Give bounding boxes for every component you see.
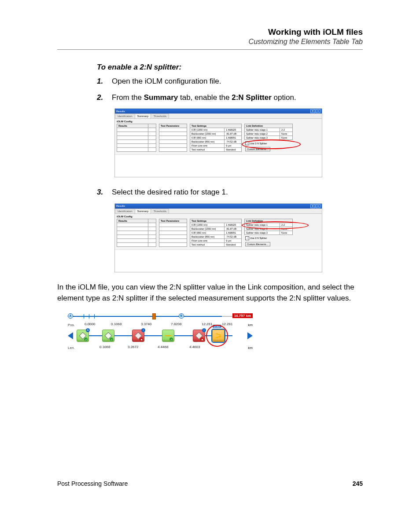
header-rule (57, 49, 363, 50)
ld-2k: Splitter ratio stage 3 (245, 136, 280, 140)
ts-4k: Fiber core size (190, 144, 225, 148)
procedure-title: To enable a 2:N splitter: (97, 63, 363, 72)
ts2-0k: IOR (1550 nm) (190, 223, 225, 227)
th-params-2: Test Parameters (159, 219, 187, 223)
step-2-text: From the Summary tab, enable the 2:N Spl… (112, 92, 363, 103)
use-2n-splitter-row-2[interactable]: ✓ Use 2:N Splitter (245, 236, 293, 240)
element-5[interactable]: i ✖ (193, 330, 205, 342)
table-results: Results (117, 124, 156, 152)
overview-handle-icon[interactable] (152, 313, 156, 319)
checkbox-icon[interactable]: ✓ (245, 141, 249, 145)
ts-3k: Backscatter (850 nm) (190, 140, 225, 144)
element-track (77, 335, 232, 336)
close-icon[interactable]: × (316, 204, 321, 208)
tab-identification[interactable]: Identification (115, 114, 135, 118)
ts-0v: 1.468325 (225, 128, 242, 132)
footer-page-number: 245 (353, 480, 363, 487)
step-1: 1. Open the iOLM configuration file. (97, 76, 363, 87)
ld-0v: 2:2 (280, 128, 293, 132)
nav-left-icon[interactable] (68, 332, 73, 339)
section-iolm-config-2: iOLM Config (115, 214, 322, 219)
table-test-parameters: Test Parameters (159, 124, 187, 152)
pos-unit: km (243, 323, 253, 327)
len-0: 0.1068 (99, 345, 110, 349)
pos-0: 0.0000 (85, 322, 95, 326)
element-6-splitter[interactable]: 2:32 (212, 330, 225, 342)
th-linkdef: Link Definition (245, 124, 293, 128)
len-2: 4.4468 (158, 345, 168, 349)
pos-3: 7.8208 (171, 322, 181, 326)
nav-right-icon[interactable] (247, 332, 253, 339)
table-test-settings-2: Test Settings IOR (1550 nm)1.468325 Back… (190, 219, 242, 247)
link-composition-figure: A B 16.757 km Pos. 0.0000 0.1068 3.3740 … (65, 312, 255, 353)
th-settings: Test Settings (190, 124, 242, 128)
marker-b-icon[interactable]: B (179, 313, 184, 319)
ts2-3k: Backscatter (850 nm) (190, 235, 225, 238)
screenshot-panel-1: Results ▾× Identification Summary Thresh… (114, 108, 322, 177)
th-results: Results (117, 124, 148, 128)
table-link-definition-2: Link Definition Splitter ratio stage 12:… (244, 219, 293, 235)
table-link-definition: Link Definition Splitter ratio stage 12:… (244, 124, 293, 140)
custom-elements-button[interactable]: Custom Elements… (245, 147, 270, 151)
step-1-text: Open the iOLM configuration file. (112, 76, 363, 87)
ts2-1k: Backscatter (1550 nm) (190, 227, 225, 231)
link-definition-column: Link Definition Splitter ratio stage 12:… (244, 124, 293, 151)
ts2-0v: 1.468325 (225, 223, 242, 227)
tab-thresholds-2[interactable]: Thresholds (151, 209, 169, 213)
ld-0k: Splitter ratio stage 1 (245, 128, 280, 132)
tab-thresholds[interactable]: Thresholds (151, 114, 169, 118)
ts-5k: Test method (190, 148, 225, 152)
use-2n-splitter-label-2: Use 2:N Splitter (250, 237, 267, 239)
marker-a-icon[interactable]: A (68, 313, 73, 319)
pin-icon[interactable]: ▾ (310, 109, 315, 113)
window-buttons-2: ▾× (310, 204, 321, 208)
element-1[interactable]: A ✓ (77, 330, 89, 342)
step-3-text: Select the desired ratio for stage 1. (112, 187, 363, 198)
close-icon[interactable]: × (316, 109, 321, 113)
custom-elements-button-2[interactable]: Custom Elements… (245, 242, 270, 246)
tab-identification-2[interactable]: Identification (115, 209, 135, 213)
ts2-2k: IOR (850 nm) (190, 231, 225, 235)
ld2-2k: Splitter ratio stage 3 (245, 231, 280, 235)
splitter-icon (216, 334, 221, 338)
tab-summary[interactable]: Summary (135, 114, 151, 118)
status-ok-icon: ✓ (169, 338, 173, 341)
ts2-1v: -81.87 dB (225, 227, 242, 231)
footer-left: Post Processing Software (57, 480, 128, 487)
checkbox-icon[interactable]: ✓ (245, 236, 249, 240)
pin-icon[interactable]: ▾ (310, 204, 315, 208)
step-2-num: 2. (97, 92, 112, 103)
ts-2v: 1.468091 (225, 136, 242, 140)
window-buttons: ▾× (310, 109, 321, 113)
element-4[interactable]: ✓ (162, 330, 174, 342)
section-iolm-config: iOLM Config (115, 119, 322, 124)
element-3[interactable]: i ✖ (132, 330, 144, 342)
tab-summary-2[interactable]: Summary (135, 209, 151, 213)
ts-2k: IOR (850 nm) (190, 136, 225, 140)
panel-titlebar: Results ▾× (115, 109, 322, 114)
info-dot-icon: i (141, 328, 145, 332)
element-2[interactable]: ✓ (102, 330, 114, 342)
th-linkdef-2: Link Definition (245, 219, 293, 223)
info-dot-icon: i (202, 328, 206, 332)
ld-2v: None (280, 136, 293, 140)
page-header-subtitle: Customizing the Elements Table Tab (57, 38, 363, 46)
table-results-2: Results (117, 219, 156, 247)
th-params: Test Parameters (159, 124, 187, 128)
pos-5: 12.281 (222, 322, 232, 326)
ts-4v: 9 µm (225, 144, 242, 148)
table-test-parameters-2: Test Parameters (159, 219, 187, 247)
ld-1v: None (280, 132, 293, 136)
ld2-1v: None (280, 227, 293, 231)
panel-tabs-2: Identification Summary Thresholds (115, 209, 322, 214)
link-definition-column-2: Link Definition Splitter ratio stage 12:… (244, 219, 293, 246)
splice-icon (165, 335, 171, 336)
ts-3v: -74.52 dB (225, 140, 242, 144)
ld2-0k: Splitter ratio stage 1 (245, 223, 280, 227)
status-fail-icon: ✖ (140, 338, 143, 341)
step-2-pre: From the (112, 93, 144, 102)
panel-title-2: Results (116, 205, 125, 207)
panel-title: Results (116, 110, 125, 113)
use-2n-splitter-row[interactable]: ✓ Use 2:N Splitter (245, 141, 293, 145)
pos-1: 0.1068 (111, 322, 122, 326)
